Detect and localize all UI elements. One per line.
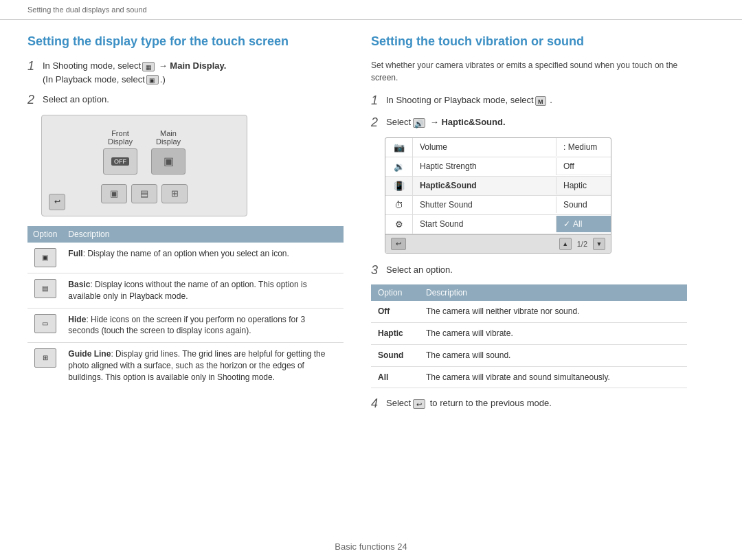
haptic-popup: 📷 Volume : Medium 🔉 Haptic Strength Off bbox=[385, 137, 611, 254]
haptic-row-shutter: ⏱ Shutter Sound Sound bbox=[385, 196, 611, 215]
right-step-4-text: Select↩ to return to the previous mode. bbox=[386, 396, 552, 410]
haptic-icon: 📳 bbox=[385, 177, 413, 195]
table-row: ⊞ Guide Line: Display grid lines. The gr… bbox=[27, 343, 344, 389]
right-step-1-text: In Shooting or Playback mode, selectM . bbox=[386, 93, 552, 107]
table-row: Haptic The camera will vibrate. bbox=[371, 322, 687, 344]
table-row: Sound The camera will sound. bbox=[371, 344, 687, 366]
ui-btn-1[interactable]: ▣ bbox=[101, 184, 127, 203]
main-display-label: MainDisplay bbox=[156, 129, 181, 146]
haptic-sound-bold: Haptic&Sound. bbox=[441, 117, 505, 127]
haptic-option[interactable]: Haptic bbox=[556, 177, 611, 194]
right-step-number-3: 3 bbox=[371, 263, 382, 278]
main-display-icon: ▣ bbox=[151, 148, 186, 175]
breadcrumb: Setting the dual displays and sound bbox=[0, 0, 742, 20]
haptic-row-volume: 📷 Volume : Medium bbox=[385, 138, 611, 157]
guide-icon-cell: ⊞ bbox=[27, 343, 63, 389]
right-step-1: 1 In Shooting or Playback mode, selectM … bbox=[371, 93, 687, 109]
right-step-2: 2 Select🔊 → Haptic&Sound. bbox=[371, 115, 687, 131]
step4-back-icon: ↩ bbox=[413, 399, 425, 409]
right-desc-header: Description bbox=[419, 284, 687, 301]
right-option-header: Option bbox=[371, 284, 419, 301]
all-option-selected[interactable]: ✓ All bbox=[556, 216, 611, 232]
page-indicator: 1/2 bbox=[577, 240, 587, 248]
step-2-text: Select an option. bbox=[43, 93, 109, 107]
shutter-sound-label: Shutter Sound bbox=[413, 196, 556, 214]
haptic-row-strength: 🔉 Haptic Strength Off bbox=[385, 157, 611, 177]
left-step-1: 1 In Shooting mode, select▦ → Main Displ… bbox=[27, 59, 344, 86]
front-display-option: FrontDisplay OFF bbox=[103, 129, 137, 175]
all-option-cell: All bbox=[371, 366, 419, 388]
right-step-2-text: Select🔊 → Haptic&Sound. bbox=[386, 115, 506, 129]
checkmark-icon: ✓ bbox=[563, 219, 570, 229]
off-desc-cell: The camera will neither vibrate nor soun… bbox=[419, 301, 687, 322]
left-section-title: Setting the display type for the touch s… bbox=[27, 34, 344, 49]
volume-label: Volume bbox=[413, 138, 556, 156]
basic-icon-cell: ▤ bbox=[27, 273, 63, 308]
back-btn[interactable]: ↩ bbox=[49, 194, 65, 210]
haptic-strength-label: Haptic Strength bbox=[413, 157, 556, 175]
table-row: All The camera will vibrate and sound si… bbox=[371, 366, 687, 388]
haptic-sound-options: Haptic bbox=[556, 177, 611, 194]
ui-btn-3[interactable]: ⊞ bbox=[161, 184, 188, 203]
main-content: Setting the display type for the touch s… bbox=[0, 20, 742, 425]
right-step-number-4: 4 bbox=[371, 396, 382, 412]
step-number-1: 1 bbox=[27, 59, 38, 74]
step-number-2: 2 bbox=[27, 93, 38, 108]
description-header: Description bbox=[63, 226, 344, 243]
haptic-back-btn[interactable]: ↩ bbox=[391, 238, 406, 250]
volume-value: : Medium bbox=[556, 138, 611, 156]
right-step-number-2: 2 bbox=[371, 115, 382, 131]
off-option[interactable]: Off bbox=[556, 158, 611, 175]
table-row: ▤ Basic: Display icons without the name … bbox=[27, 273, 344, 308]
haptic-sound-label: Haptic&Sound bbox=[413, 177, 556, 194]
front-display-label: FrontDisplay bbox=[108, 129, 133, 146]
ui-icon-2: ▤ bbox=[140, 188, 148, 199]
ui-btn-2[interactable]: ▤ bbox=[131, 184, 157, 203]
table-row: ▭ Hide: Hide icons on the screen if you … bbox=[27, 308, 344, 343]
sound-option[interactable]: Sound bbox=[556, 197, 611, 213]
speaker-icon: 🔊 bbox=[413, 118, 425, 128]
full-desc: Full: Display the name of an option when… bbox=[63, 243, 344, 273]
sound-desc-cell: The camera will sound. bbox=[419, 344, 687, 366]
step-1-text: In Shooting mode, select▦ → Main Display… bbox=[43, 59, 226, 86]
right-options-table: Option Description Off The camera will n… bbox=[371, 284, 687, 388]
nav-down-arrow[interactable]: ▼ bbox=[593, 238, 605, 250]
table-row: Off The camera will neither vibrate nor … bbox=[371, 301, 687, 322]
speaker2-icon: 🔉 bbox=[385, 157, 413, 176]
left-column: Setting the display type for the touch s… bbox=[27, 34, 344, 412]
haptic-option-cell: Haptic bbox=[371, 322, 419, 344]
right-step-3: 3 Select an option. bbox=[371, 263, 687, 278]
nav-up-arrow[interactable]: ▲ bbox=[559, 238, 572, 250]
right-section-title: Setting the touch vibration or sound bbox=[371, 34, 687, 49]
left-options-table: Option Description ▣ Full: Display the n… bbox=[27, 226, 344, 389]
page-container: Setting the dual displays and sound Sett… bbox=[0, 0, 742, 560]
basic-label: Basic bbox=[68, 280, 90, 289]
right-step-3-text: Select an option. bbox=[386, 263, 453, 277]
table-row: ▣ Full: Display the name of an option wh… bbox=[27, 243, 344, 273]
footer-text: Basic functions 24 bbox=[335, 541, 407, 552]
guide-label: Guide Line bbox=[68, 349, 111, 359]
start-options: ✓ All bbox=[556, 216, 611, 232]
option-header: Option bbox=[27, 226, 63, 243]
full-label: Full bbox=[68, 249, 82, 258]
haptic-back-icon: ↩ bbox=[396, 240, 401, 247]
hide-desc: Hide: Hide icons on the screen if you pe… bbox=[63, 308, 344, 343]
right-step-number-1: 1 bbox=[371, 93, 382, 109]
display-active-icon: ▣ bbox=[164, 155, 174, 168]
ui-icon-1: ▣ bbox=[110, 188, 118, 199]
hide-icon-cell: ▭ bbox=[27, 308, 63, 343]
camera-ui-bottom: ▣ ▤ ⊞ bbox=[52, 184, 236, 203]
right-step-4: 4 Select↩ to return to the previous mode… bbox=[371, 396, 687, 412]
hide-label: Hide bbox=[68, 315, 86, 324]
shutter-options: Sound bbox=[556, 197, 611, 213]
m-icon: M bbox=[535, 96, 546, 106]
hide-icon: ▭ bbox=[34, 314, 56, 333]
right-column: Setting the touch vibration or sound Set… bbox=[371, 34, 687, 412]
all-desc-cell: The camera will vibrate and sound simult… bbox=[419, 366, 687, 388]
right-sub-desc: Set whether your camera vibrates or emit… bbox=[371, 59, 687, 84]
back-icon: ↩ bbox=[54, 197, 60, 206]
guide-desc: Guide Line: Display grid lines. The grid… bbox=[63, 343, 344, 389]
camera-ui-inner: FrontDisplay OFF MainDisplay ▣ bbox=[52, 129, 236, 175]
gear-icon: ⚙ bbox=[385, 215, 413, 234]
haptic-row-haptic-sound: 📳 Haptic&Sound Haptic bbox=[385, 177, 611, 196]
